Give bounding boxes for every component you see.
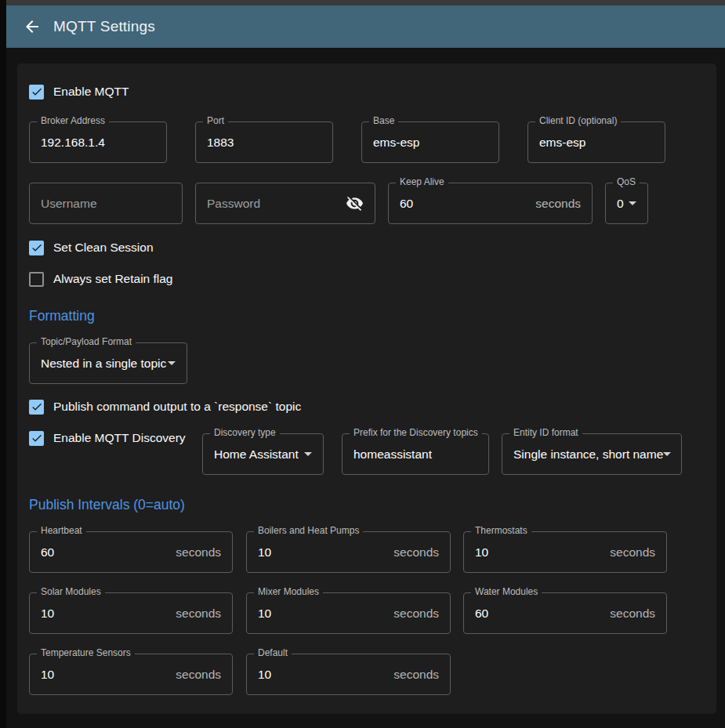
window-left-strip	[0, 0, 6, 728]
discovery-prefix-value: homeassistant	[353, 447, 432, 462]
interval-value: 10	[475, 545, 488, 560]
dropdown-caret-icon	[663, 452, 671, 456]
arrow-left-icon	[23, 17, 42, 36]
interval-value: 60	[41, 545, 54, 560]
check-icon	[31, 241, 43, 254]
interval-label: Temperature Sensors	[37, 647, 135, 658]
password-placeholder: Password	[207, 197, 260, 211]
retain-flag-checkbox[interactable]	[29, 272, 44, 287]
topic-format-select[interactable]: Topic/Payload Format Nested in a single …	[29, 342, 187, 384]
client-id-value: ems-esp	[539, 136, 585, 150]
clean-session-row[interactable]: Set Clean Session	[29, 240, 154, 255]
interval-value: 10	[258, 545, 271, 560]
enable-mqtt-row[interactable]: Enable MQTT	[29, 84, 129, 100]
interval-unit: seconds	[610, 607, 655, 621]
interval-label: Mixer Modules	[254, 586, 323, 597]
keep-alive-label: Keep Alive	[396, 176, 448, 187]
interval-heartbeat-field[interactable]: Heartbeat 60 seconds	[29, 531, 233, 573]
enable-discovery-checkbox[interactable]	[29, 431, 44, 446]
interval-default-field[interactable]: Default 10 seconds	[246, 654, 451, 695]
appbar: MQTT Settings	[6, 5, 725, 48]
publish-response-checkbox[interactable]	[29, 400, 44, 415]
check-icon	[31, 400, 43, 413]
interval-unit: seconds	[393, 668, 439, 682]
page-title: MQTT Settings	[53, 18, 155, 35]
interval-label: Thermostats	[471, 525, 531, 536]
interval-value: 60	[475, 607, 488, 621]
retain-flag-row[interactable]: Always set Retain flag	[29, 271, 173, 287]
enable-mqtt-label: Enable MQTT	[53, 85, 129, 99]
discovery-type-select[interactable]: Discovery type Home Assistant	[202, 433, 324, 475]
formatting-heading: Formatting	[29, 308, 95, 324]
dropdown-caret-icon	[629, 201, 636, 205]
clean-session-label: Set Clean Session	[53, 241, 154, 255]
interval-label: Solar Modules	[37, 586, 105, 597]
interval-unit: seconds	[176, 668, 221, 682]
clean-session-checkbox[interactable]	[29, 241, 44, 255]
interval-solar-field[interactable]: Solar Modules 10 seconds	[29, 592, 233, 634]
client-id-field[interactable]: Client ID (optional) ems-esp	[527, 121, 665, 163]
client-id-label: Client ID (optional)	[535, 115, 621, 126]
base-value: ems-esp	[373, 136, 419, 150]
interval-unit: seconds	[393, 607, 439, 621]
username-field[interactable]: Username	[29, 183, 183, 224]
visibility-off-icon[interactable]	[346, 194, 364, 212]
interval-mixer-field[interactable]: Mixer Modules 10 seconds	[246, 592, 451, 634]
topic-format-label: Topic/Payload Format	[37, 336, 136, 347]
dropdown-caret-icon	[168, 361, 176, 365]
keep-alive-value: 60	[400, 197, 413, 211]
discovery-type-label: Discovery type	[210, 427, 280, 438]
interval-label: Boilers and Heat Pumps	[254, 525, 363, 536]
settings-card: Enable MQTT Broker Address 192.168.1.4 P…	[17, 63, 716, 714]
interval-value: 10	[258, 607, 271, 621]
port-field[interactable]: Port 1883	[195, 121, 333, 163]
broker-address-value: 192.168.1.4	[41, 136, 105, 150]
check-icon	[31, 85, 43, 98]
publish-response-label: Publish command output to a `response` t…	[53, 400, 301, 414]
enable-discovery-label: Enable MQTT Discovery	[53, 431, 186, 445]
retain-flag-label: Always set Retain flag	[53, 272, 173, 286]
discovery-prefix-label: Prefix for the Discovery topics	[350, 427, 482, 438]
enable-discovery-row[interactable]: Enable MQTT Discovery	[29, 430, 186, 446]
publish-intervals-heading: Publish Intervals (0=auto)	[29, 497, 185, 513]
interval-label: Default	[254, 647, 292, 658]
interval-value: 10	[258, 668, 271, 682]
interval-label: Heartbeat	[37, 525, 86, 536]
entity-format-select[interactable]: Entity ID format Single instance, short …	[502, 433, 682, 475]
interval-value: 10	[41, 668, 54, 682]
topic-format-value: Nested in a single topic	[41, 357, 166, 371]
qos-value: 0	[617, 197, 624, 211]
interval-thermostats-field[interactable]: Thermostats 10 seconds	[463, 531, 667, 573]
interval-unit: seconds	[176, 607, 221, 621]
interval-temperature-field[interactable]: Temperature Sensors 10 seconds	[29, 654, 233, 695]
interval-boilers-field[interactable]: Boilers and Heat Pumps 10 seconds	[246, 531, 451, 573]
discovery-prefix-field[interactable]: Prefix for the Discovery topics homeassi…	[342, 433, 489, 475]
enable-mqtt-checkbox[interactable]	[29, 85, 44, 100]
port-value: 1883	[207, 136, 234, 150]
interval-label: Water Modules	[471, 586, 542, 597]
qos-label: QoS	[613, 176, 640, 187]
interval-water-field[interactable]: Water Modules 60 seconds	[463, 592, 667, 634]
qos-select[interactable]: QoS 0	[605, 183, 648, 224]
interval-unit: seconds	[610, 545, 655, 560]
dropdown-caret-icon	[304, 452, 312, 456]
broker-address-field[interactable]: Broker Address 192.168.1.4	[29, 121, 167, 163]
keep-alive-field[interactable]: Keep Alive 60 seconds	[388, 183, 593, 224]
entity-format-label: Entity ID format	[509, 427, 582, 438]
interval-unit: seconds	[176, 545, 221, 560]
check-icon	[31, 432, 43, 444]
broker-address-label: Broker Address	[37, 115, 109, 126]
back-button[interactable]	[22, 16, 42, 37]
keep-alive-unit: seconds	[535, 197, 581, 211]
interval-unit: seconds	[393, 545, 439, 560]
entity-format-value: Single instance, short name	[513, 447, 663, 462]
username-placeholder: Username	[41, 197, 97, 211]
port-label: Port	[203, 115, 228, 126]
base-field[interactable]: Base ems-esp	[361, 121, 499, 163]
base-label: Base	[369, 115, 398, 126]
publish-response-row[interactable]: Publish command output to a `response` t…	[29, 399, 301, 415]
password-field[interactable]: Password	[195, 183, 375, 224]
window-top-strip	[0, 0, 725, 5]
interval-value: 10	[41, 607, 54, 621]
discovery-type-value: Home Assistant	[214, 447, 299, 462]
